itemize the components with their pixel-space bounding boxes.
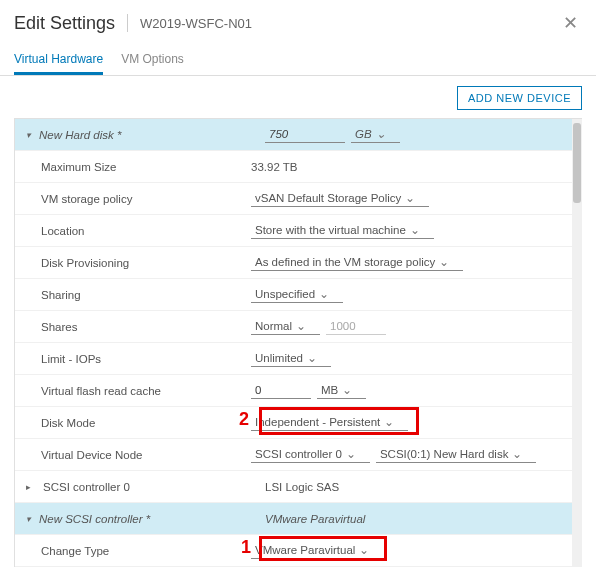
row-storage-policy: VM storage policy vSAN Default Storage P…	[15, 183, 582, 215]
scrollbar[interactable]: ▾	[572, 119, 582, 567]
vdn-device-select[interactable]: SCSI(0:1) New Hard disk	[376, 446, 536, 463]
chevron-down-icon	[21, 130, 35, 140]
change-type-select[interactable]: VMware Paravirtual	[251, 542, 383, 559]
row-change-type: Change Type VMware Paravirtual 1	[15, 535, 582, 567]
scrollbar-thumb[interactable]	[573, 123, 581, 203]
shares-select[interactable]: Normal	[251, 318, 320, 335]
tab-vm-options[interactable]: VM Options	[121, 46, 184, 75]
disk-mode-select[interactable]: Independent - Persistent	[251, 414, 408, 431]
tab-virtual-hardware[interactable]: Virtual Hardware	[14, 46, 103, 75]
add-new-device-button[interactable]: ADD NEW DEVICE	[457, 86, 582, 110]
annotation-label-1: 1	[241, 537, 251, 558]
limit-iops-select[interactable]: Unlimited	[251, 350, 331, 367]
section-new-scsi-controller[interactable]: New SCSI controller * VMware Paravirtual	[15, 503, 582, 535]
provisioning-select[interactable]: As defined in the VM storage policy	[251, 254, 463, 271]
row-maximum-size: Maximum Size 33.92 TB	[15, 151, 582, 183]
dialog-subtitle: W2019-WSFC-N01	[140, 16, 252, 31]
tabs: Virtual Hardware VM Options	[0, 46, 596, 76]
row-sharing: Sharing Unspecified	[15, 279, 582, 311]
section-label: SCSI controller 0	[43, 481, 130, 493]
settings-list: New Hard disk * 750 GB Maximum Size 33.9…	[14, 118, 582, 567]
sharing-select[interactable]: Unspecified	[251, 286, 343, 303]
row-flash-cache: Virtual flash read cache 0 MB	[15, 375, 582, 407]
row-shares: Shares Normal 1000	[15, 311, 582, 343]
location-select[interactable]: Store with the virtual machine	[251, 222, 434, 239]
row-disk-provisioning: Disk Provisioning As defined in the VM s…	[15, 247, 582, 279]
row-label: Maximum Size	[41, 161, 116, 173]
settings-content: New Hard disk * 750 GB Maximum Size 33.9…	[0, 118, 596, 567]
flash-cache-input[interactable]: 0	[251, 382, 311, 399]
header-separator	[127, 14, 128, 32]
row-virtual-device-node: Virtual Device Node SCSI controller 0 SC…	[15, 439, 582, 471]
row-label: Location	[41, 225, 84, 237]
row-disk-mode: Disk Mode Independent - Persistent 2	[15, 407, 582, 439]
section-new-hard-disk[interactable]: New Hard disk * 750 GB	[15, 119, 582, 151]
row-label: Virtual flash read cache	[41, 385, 161, 397]
disk-size-unit-select[interactable]: GB	[351, 126, 400, 143]
row-label: Shares	[41, 321, 77, 333]
max-size-value: 33.92 TB	[251, 161, 297, 173]
shares-input[interactable]: 1000	[326, 318, 386, 335]
disk-size-input[interactable]: 750	[265, 126, 345, 143]
close-icon[interactable]: ✕	[559, 10, 582, 36]
row-label: Change Type	[41, 545, 109, 557]
new-scsi-header-value: VMware Paravirtual	[265, 513, 365, 525]
row-label: Limit - IOPs	[41, 353, 101, 365]
row-label: Virtual Device Node	[41, 449, 142, 461]
scsi0-value: LSI Logic SAS	[265, 481, 339, 493]
vdn-controller-select[interactable]: SCSI controller 0	[251, 446, 370, 463]
row-label: Disk Mode	[41, 417, 95, 429]
chevron-right-icon	[21, 482, 35, 492]
row-label: VM storage policy	[41, 193, 132, 205]
edit-settings-dialog: Edit Settings W2019-WSFC-N01 ✕ Virtual H…	[0, 0, 596, 567]
section-scsi-controller-0[interactable]: SCSI controller 0 LSI Logic SAS	[15, 471, 582, 503]
row-label: Disk Provisioning	[41, 257, 129, 269]
row-limit-iops: Limit - IOPs Unlimited	[15, 343, 582, 375]
dialog-title: Edit Settings	[14, 13, 115, 34]
storage-policy-select[interactable]: vSAN Default Storage Policy	[251, 190, 429, 207]
flash-cache-unit-select[interactable]: MB	[317, 382, 366, 399]
section-label: New SCSI controller *	[39, 513, 150, 525]
section-label: New Hard disk *	[39, 129, 121, 141]
annotation-label-2: 2	[239, 409, 249, 430]
dialog-header: Edit Settings W2019-WSFC-N01 ✕	[0, 0, 596, 42]
row-label: Sharing	[41, 289, 81, 301]
toolbar: ADD NEW DEVICE	[0, 76, 596, 118]
chevron-down-icon	[21, 514, 35, 524]
row-location: Location Store with the virtual machine	[15, 215, 582, 247]
